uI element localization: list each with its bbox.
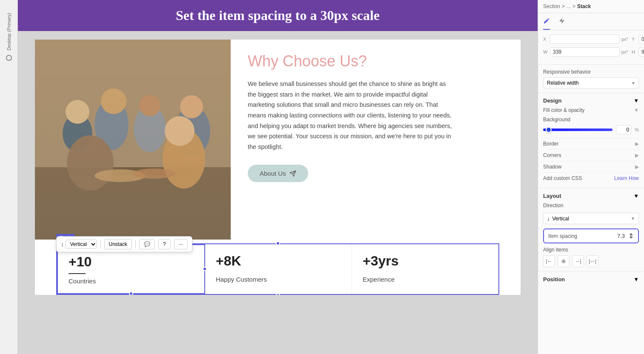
breadcrumb-sep2: > xyxy=(572,3,575,9)
align-right-button[interactable]: →| xyxy=(572,255,584,267)
align-left-button[interactable]: |← xyxy=(543,255,555,267)
slider-track xyxy=(543,128,613,131)
coords-row-xy: X px* Y px* xyxy=(543,34,639,44)
x-input[interactable] xyxy=(550,34,620,44)
canvas-frame: Why Choose Us? We believe small business… xyxy=(35,40,521,295)
instruction-banner: Set the item spacing to a 30px scale xyxy=(18,0,538,31)
position-title: Position xyxy=(543,276,565,283)
help-button[interactable]: ? xyxy=(158,239,171,249)
w-unit: px* xyxy=(621,49,628,54)
stat-dash xyxy=(69,273,86,274)
sidebar-dot xyxy=(6,55,12,61)
position-chevron: ▼ xyxy=(633,276,639,283)
breadcrumb-stack: Stack xyxy=(577,3,591,9)
stat-number-customers: +8K xyxy=(216,253,341,269)
opacity-input[interactable] xyxy=(616,125,631,134)
w-input[interactable] xyxy=(550,47,620,57)
position-section-header[interactable]: Position ▼ xyxy=(543,276,639,283)
stat-label-experience: Experience xyxy=(363,276,488,283)
h-input[interactable] xyxy=(638,47,644,57)
coord-x-group: X px* xyxy=(543,34,628,44)
coords-row-wh: W px* H px* xyxy=(543,47,639,57)
spacing-cursor-icon: ⇕ xyxy=(628,232,634,240)
more-button[interactable]: ··· xyxy=(174,239,188,249)
bolt-icon xyxy=(558,17,565,24)
unstack-button[interactable]: Unstack xyxy=(104,239,132,249)
responsive-dropdown[interactable]: Relative width Fixed width Full width xyxy=(543,77,639,88)
h-label: H xyxy=(632,49,637,54)
tab-interactions[interactable] xyxy=(558,16,565,30)
border-label: Border xyxy=(543,141,558,147)
item-spacing-row[interactable]: Item spacing 7.3 ⇕ xyxy=(543,228,639,243)
item-spacing-value: 7.3 xyxy=(617,233,625,239)
align-stretch-button[interactable]: |↔| xyxy=(587,255,598,267)
responsive-section: Responsive behavior Relative width Fixed… xyxy=(538,65,644,93)
bg-row: % xyxy=(543,125,639,134)
direction-dropdown-wrapper: ↓ Vertical ▼ xyxy=(543,213,639,224)
stat-item-experience[interactable]: +3yrs Experience xyxy=(352,244,498,294)
breadcrumb-dots[interactable]: ... xyxy=(567,3,571,9)
toolbar-separator xyxy=(100,240,101,248)
why-title-colored: Choose Us? xyxy=(283,52,367,70)
left-sidebar: Desktop (Primary) xyxy=(0,0,18,354)
align-section: Align items |← ⊕ →| |↔| xyxy=(543,247,639,267)
comment-button[interactable]: 💬 xyxy=(139,239,155,249)
direction-dropdown-display[interactable]: ↓ Vertical ▼ xyxy=(543,213,639,224)
design-section: Design ▼ Fill color & opacity ▼ Backgrou… xyxy=(538,93,644,188)
fill-arrow: ▼ xyxy=(634,107,639,113)
border-row[interactable]: Border ▶ xyxy=(543,138,639,149)
selection-handle-bottom-main[interactable] xyxy=(276,293,280,295)
layout-section: Layout ▼ Direction ↓ Vertical ▼ Item spa… xyxy=(538,188,644,272)
coord-h-group: H px* xyxy=(632,47,644,57)
about-us-button[interactable]: About Us xyxy=(248,165,308,182)
sidebar-label: Desktop (Primary) xyxy=(6,13,11,51)
stat-label-customers: Happy Customers xyxy=(216,276,341,283)
direction-select[interactable]: Vertical xyxy=(66,240,97,249)
tab-design[interactable] xyxy=(543,16,550,30)
selection-handle-top[interactable] xyxy=(276,241,280,246)
why-image xyxy=(35,40,231,240)
fill-row: Fill color & opacity ▼ xyxy=(543,107,639,113)
svg-rect-16 xyxy=(35,40,231,240)
corners-row[interactable]: Corners ▶ xyxy=(543,149,639,161)
send-icon xyxy=(289,170,296,177)
selection-handle-bottom[interactable] xyxy=(129,291,133,295)
direction-down-arrow: ↓ xyxy=(547,215,550,222)
custom-css-label: Add custom CSS xyxy=(543,175,582,181)
y-label: Y xyxy=(632,37,637,42)
slider-thumb[interactable] xyxy=(546,127,552,133)
layout-title: Layout xyxy=(543,193,561,199)
why-body-text: We believe small businesses should get t… xyxy=(248,79,452,152)
direction-label: Direction xyxy=(543,203,563,208)
selection-handle-right[interactable] xyxy=(203,267,207,271)
design-section-header[interactable]: Design ▼ xyxy=(543,97,639,104)
responsive-dropdown-wrapper: Relative width Fixed width Full width ▼ xyxy=(543,77,639,88)
direction-chevron: ▼ xyxy=(631,216,635,221)
shadow-label: Shadow xyxy=(543,164,561,170)
stat-label-countries: Countries xyxy=(69,277,194,285)
y-input[interactable] xyxy=(638,34,644,44)
element-toolbar: ↕ Vertical Unstack 💬 ? ··· xyxy=(56,236,192,252)
corners-arrow: ▶ xyxy=(635,152,639,158)
breadcrumb-sep1: > xyxy=(562,3,565,9)
coord-w-group: W px* xyxy=(543,47,628,57)
about-btn-label: About Us xyxy=(260,170,286,177)
position-section: Position ▼ xyxy=(538,272,644,290)
shadow-row[interactable]: Shadow ▶ xyxy=(543,161,639,172)
direction-value: Vertical xyxy=(552,216,629,222)
toolbar-direction: ↕ Vertical xyxy=(61,240,97,249)
item-spacing-label: Item spacing xyxy=(548,233,577,239)
x-label: X xyxy=(543,37,548,42)
canvas-area: Set the item spacing to a 30px scale xyxy=(18,0,538,354)
why-title-plain: Why xyxy=(248,52,283,70)
responsive-label: Responsive behavior xyxy=(543,69,639,75)
learn-how-link[interactable]: Learn How xyxy=(614,175,639,181)
color-slider[interactable] xyxy=(543,126,613,133)
right-panel: Section > ... > Stack X px* Y px* xyxy=(538,0,644,354)
breadcrumb-section[interactable]: Section xyxy=(543,3,560,9)
layout-section-header[interactable]: Layout ▼ xyxy=(543,193,639,199)
align-center-button[interactable]: ⊕ xyxy=(558,255,570,267)
shadow-arrow: ▶ xyxy=(635,164,639,170)
stat-number-countries: +10 xyxy=(69,254,194,270)
stat-item-customers[interactable]: +8K Happy Customers xyxy=(205,244,352,294)
